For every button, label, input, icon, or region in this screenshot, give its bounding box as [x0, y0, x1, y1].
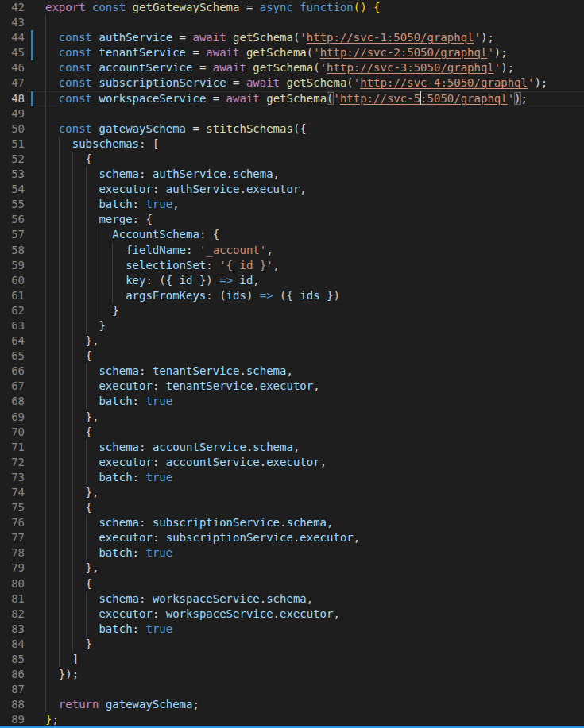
code-line[interactable]: 44 const authService = await getSchema('… — [0, 30, 584, 45]
line-number[interactable]: 84 — [0, 637, 25, 652]
code-line-body[interactable]: batch: true — [25, 622, 584, 637]
line-number[interactable]: 51 — [0, 137, 25, 152]
line-number[interactable]: 75 — [0, 500, 25, 515]
code-line-body[interactable]: const authService = await getSchema('htt… — [25, 30, 584, 45]
line-number[interactable]: 44 — [0, 30, 25, 45]
code-line[interactable]: 52 { — [0, 152, 584, 167]
code-line-body[interactable]: { — [25, 500, 584, 515]
git-modified-indicator[interactable] — [31, 45, 33, 60]
line-number[interactable]: 62 — [0, 303, 25, 318]
line-number[interactable]: 65 — [0, 349, 25, 364]
code-line[interactable]: 46 const accountService = await getSchem… — [0, 60, 584, 75]
code-line[interactable]: 76 schema: subscriptionService.schema, — [0, 515, 584, 530]
code-line[interactable]: 49 — [0, 106, 584, 121]
line-number[interactable]: 55 — [0, 197, 25, 212]
code-line[interactable]: 80 { — [0, 576, 584, 591]
code-line-body[interactable]: fieldName: '_account', — [25, 243, 584, 258]
line-number[interactable]: 64 — [0, 333, 25, 349]
line-number[interactable]: 57 — [0, 227, 25, 242]
code-line[interactable]: 51 subschemas: [ — [0, 137, 584, 152]
line-number[interactable]: 61 — [0, 288, 25, 303]
line-number[interactable]: 77 — [0, 530, 25, 545]
code-line-body[interactable]: merge: { — [25, 212, 584, 227]
code-line-body[interactable]: schema: tenantService.schema, — [25, 364, 584, 379]
code-line-body[interactable]: executor: workspaceService.executor, — [25, 607, 584, 622]
code-line-body[interactable]: }, — [25, 410, 584, 425]
code-line[interactable]: 73 batch: true — [0, 470, 584, 485]
line-number[interactable]: 88 — [0, 697, 25, 712]
code-line[interactable]: 88 return gatewaySchema; — [0, 697, 584, 712]
line-number[interactable]: 80 — [0, 576, 25, 591]
code-line[interactable]: 87 — [0, 682, 584, 697]
line-number[interactable]: 76 — [0, 515, 25, 530]
line-number[interactable]: 78 — [0, 545, 25, 560]
line-number[interactable]: 73 — [0, 470, 25, 485]
code-line-body[interactable] — [25, 15, 584, 30]
code-line[interactable]: 71 schema: accountService.schema, — [0, 440, 584, 455]
line-number[interactable]: 60 — [0, 273, 25, 288]
code-line[interactable]: 62 } — [0, 303, 584, 318]
code-line-body[interactable]: schema: accountService.schema, — [25, 440, 584, 455]
code-line-body[interactable]: executor: tenantService.executor, — [25, 379, 584, 394]
code-line[interactable]: 75 { — [0, 500, 584, 515]
code-line-body[interactable]: batch: true — [25, 545, 584, 560]
line-number[interactable]: 74 — [0, 485, 25, 500]
code-line-body[interactable] — [25, 106, 584, 121]
git-modified-indicator[interactable] — [31, 91, 33, 106]
code-line[interactable]: 68 batch: true — [0, 394, 584, 409]
code-line-body[interactable]: export const getGatewaySchema = async fu… — [25, 0, 584, 15]
line-number[interactable]: 48 — [0, 91, 25, 106]
line-number[interactable]: 59 — [0, 258, 25, 273]
code-line[interactable]: 60 key: ({ id }) => id, — [0, 273, 584, 288]
code-line-body[interactable]: const subscriptionService = await getSch… — [25, 75, 584, 91]
code-line-body[interactable]: executor: authService.executor, — [25, 182, 584, 197]
code-line[interactable]: 85 ] — [0, 652, 584, 667]
line-number[interactable]: 66 — [0, 364, 25, 379]
code-line-body[interactable]: }, — [25, 333, 584, 349]
code-line[interactable]: 54 executor: authService.executor, — [0, 182, 584, 197]
code-line-body[interactable]: schema: subscriptionService.schema, — [25, 515, 584, 530]
git-modified-indicator[interactable] — [31, 30, 33, 45]
code-line[interactable]: 45 const tenantService = await getSchema… — [0, 45, 584, 60]
line-number[interactable]: 50 — [0, 121, 25, 137]
line-number[interactable]: 46 — [0, 60, 25, 75]
line-number[interactable]: 49 — [0, 106, 25, 121]
code-line-body[interactable]: { — [25, 349, 584, 364]
line-number[interactable]: 82 — [0, 607, 25, 622]
code-line[interactable]: 81 schema: workspaceService.schema, — [0, 591, 584, 607]
line-number[interactable]: 83 — [0, 622, 25, 637]
code-line[interactable]: 66 schema: tenantService.schema, — [0, 364, 584, 379]
code-line[interactable]: 69 }, — [0, 410, 584, 425]
code-line-body[interactable]: { — [25, 576, 584, 591]
line-number[interactable]: 68 — [0, 394, 25, 409]
line-number[interactable]: 63 — [0, 318, 25, 333]
code-line[interactable]: 61 argsFromKeys: (ids) => ({ ids }) — [0, 288, 584, 303]
code-line-body[interactable]: batch: true — [25, 470, 584, 485]
line-number[interactable]: 69 — [0, 410, 25, 425]
line-number[interactable]: 42 — [0, 0, 25, 15]
line-number[interactable]: 54 — [0, 182, 25, 197]
code-line-body[interactable]: { — [25, 152, 584, 167]
code-line-body[interactable]: schema: authService.schema, — [25, 167, 584, 182]
code-line-body[interactable]: schema: workspaceService.schema, — [25, 591, 584, 607]
code-line[interactable]: 42export const getGatewaySchema = async … — [0, 0, 584, 15]
code-line[interactable]: 82 executor: workspaceService.executor, — [0, 607, 584, 622]
code-line-body[interactable]: argsFromKeys: (ids) => ({ ids }) — [25, 288, 584, 303]
code-line[interactable]: 48 const workspaceService = await getSch… — [0, 91, 584, 106]
code-line[interactable]: 63 } — [0, 318, 584, 333]
line-number[interactable]: 87 — [0, 682, 25, 697]
code-line[interactable]: 78 batch: true — [0, 545, 584, 560]
code-line-body[interactable]: subschemas: [ — [25, 137, 584, 152]
code-line[interactable]: 70 { — [0, 425, 584, 440]
code-line[interactable]: 65 { — [0, 349, 584, 364]
line-number[interactable]: 86 — [0, 667, 25, 682]
code-line-body[interactable]: batch: true, — [25, 197, 584, 212]
code-line[interactable]: 59 selectionSet: '{ id }', — [0, 258, 584, 273]
code-line[interactable]: 58 fieldName: '_account', — [0, 243, 584, 258]
code-line[interactable]: 84 } — [0, 637, 584, 652]
code-line-body[interactable]: executor: subscriptionService.executor, — [25, 530, 584, 545]
code-line-body[interactable]: const workspaceService = await getSchema… — [25, 91, 584, 106]
code-line-body[interactable]: const gatewaySchema = stitchSchemas({ — [25, 121, 584, 137]
code-line[interactable]: 43 — [0, 15, 584, 30]
line-number[interactable]: 70 — [0, 425, 25, 440]
